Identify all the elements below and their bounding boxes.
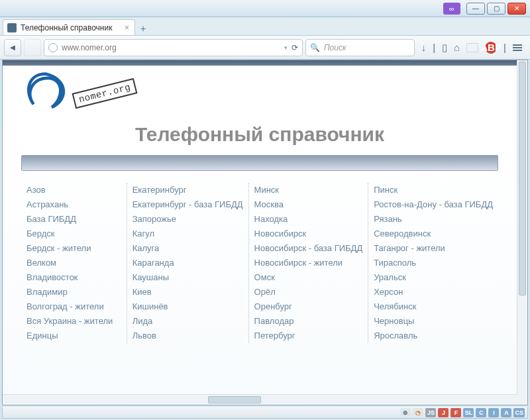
search-placeholder: Поиск bbox=[324, 43, 346, 52]
city-link[interactable]: Москва bbox=[254, 197, 363, 212]
city-link[interactable]: Павлодар bbox=[254, 314, 363, 329]
city-link[interactable]: Тирасполь bbox=[374, 256, 493, 270]
city-link[interactable]: База ГИБДД bbox=[26, 212, 121, 227]
city-link[interactable]: Новосибирск bbox=[254, 227, 363, 241]
adblock-icon[interactable]: ABP bbox=[485, 42, 497, 54]
city-link[interactable]: Ярославль bbox=[374, 329, 493, 343]
forward-button[interactable] bbox=[24, 39, 41, 56]
status-badge[interactable]: J bbox=[438, 408, 449, 417]
city-link[interactable]: Рязань bbox=[374, 212, 493, 227]
status-bar: ⊕◔JSJFSLCIACS bbox=[2, 407, 528, 419]
url-bar[interactable]: www.nomer.org ▾ ⟳ bbox=[44, 39, 303, 56]
city-link[interactable]: Запорожье bbox=[132, 212, 243, 227]
tab-close-button[interactable]: × bbox=[125, 23, 129, 32]
sep: | bbox=[504, 42, 506, 53]
city-link[interactable]: Черновцы bbox=[374, 314, 493, 329]
city-column: ПинскРостов-на-Дону - база ГИБДДРязаньСе… bbox=[368, 183, 498, 343]
city-column: ЕкатеринбургЕкатеринбург - база ГИБДДЗап… bbox=[127, 183, 249, 343]
city-link[interactable]: Ростов-на-Дону - база ГИБДД bbox=[374, 197, 493, 212]
city-link[interactable]: Владимир bbox=[26, 285, 121, 299]
city-link[interactable]: Астрахань bbox=[26, 197, 121, 212]
city-link[interactable]: Новосибирск - база ГИБДД bbox=[254, 241, 363, 256]
separator-bar bbox=[21, 155, 498, 171]
tab-strip: Телефонный справочник × + bbox=[0, 17, 530, 36]
download-icon[interactable]: ↓ bbox=[421, 42, 427, 53]
city-link[interactable]: Киев bbox=[132, 285, 243, 299]
city-link[interactable]: Велком bbox=[26, 256, 121, 270]
city-link[interactable]: Караганда bbox=[132, 256, 243, 270]
status-badge[interactable]: SL bbox=[463, 408, 474, 417]
status-badge[interactable]: C bbox=[476, 408, 486, 417]
city-link[interactable]: Орёл bbox=[254, 285, 363, 299]
city-link[interactable]: Херсон bbox=[374, 285, 493, 299]
sep: | bbox=[433, 42, 435, 53]
horizontal-scrollbar[interactable] bbox=[3, 394, 517, 405]
city-link[interactable]: Минск bbox=[254, 183, 363, 197]
city-link[interactable]: Вся Украина - жители bbox=[26, 314, 121, 329]
blank-icon[interactable] bbox=[466, 43, 478, 52]
page-title: Телефонный справочник bbox=[21, 121, 498, 155]
new-tab-button[interactable]: + bbox=[135, 22, 151, 35]
status-badge[interactable]: ⊕ bbox=[400, 408, 411, 417]
city-link[interactable]: Северодвинск bbox=[374, 227, 493, 241]
favicon-icon bbox=[7, 23, 17, 32]
viewport: nomer.org Телефонный справочник АзовАстр… bbox=[2, 60, 528, 405]
status-badge[interactable]: A bbox=[501, 408, 511, 417]
city-link[interactable]: Единцы bbox=[26, 329, 121, 343]
status-badge[interactable]: CS bbox=[513, 408, 525, 417]
city-link[interactable]: Кишинёв bbox=[132, 299, 243, 314]
search-icon: 🔍 bbox=[310, 43, 320, 52]
city-link[interactable]: Челябинск bbox=[374, 299, 493, 314]
city-columns: АзовАстраханьБаза ГИБДДБердскБердск - жи… bbox=[21, 183, 498, 343]
logo: nomer.org bbox=[21, 68, 498, 121]
city-link[interactable]: Кагул bbox=[132, 227, 243, 241]
city-link[interactable]: Екатеринбург - база ГИБДД bbox=[132, 197, 243, 212]
browser-tab[interactable]: Телефонный справочник × bbox=[3, 19, 135, 35]
city-link[interactable]: Львов bbox=[132, 329, 243, 343]
city-link[interactable]: Петербург bbox=[254, 329, 363, 343]
logo-stamp: nomer.org bbox=[72, 78, 138, 109]
status-badge[interactable]: F bbox=[450, 408, 461, 417]
logo-swoosh-icon bbox=[21, 71, 70, 115]
vertical-scrollbar[interactable] bbox=[517, 60, 527, 394]
status-badge[interactable]: I bbox=[488, 408, 499, 417]
city-link[interactable]: Пинск bbox=[374, 183, 493, 197]
tab-title: Телефонный справочник bbox=[21, 23, 112, 32]
home-icon[interactable]: ⌂ bbox=[454, 42, 460, 53]
city-link[interactable]: Таганрог - жители bbox=[374, 241, 493, 256]
status-badge[interactable]: JS bbox=[425, 408, 436, 417]
city-link[interactable]: Бердск - жители bbox=[26, 241, 121, 256]
city-link[interactable]: Новосибирск - жители bbox=[254, 256, 363, 270]
bookmark-icon[interactable]: ▯ bbox=[442, 42, 447, 54]
city-link[interactable]: Калуга bbox=[132, 241, 243, 256]
search-bar[interactable]: 🔍 Поиск bbox=[305, 39, 415, 56]
header-band bbox=[3, 60, 517, 66]
city-column: АзовАстраханьБаза ГИБДДБердскБердск - жи… bbox=[21, 183, 127, 343]
status-badge[interactable]: ◔ bbox=[413, 408, 423, 417]
menu-icon[interactable] bbox=[513, 44, 522, 51]
city-link[interactable]: Волгоград - жители bbox=[26, 299, 121, 314]
globe-icon bbox=[48, 43, 58, 52]
city-link[interactable]: Екатеринбург bbox=[132, 183, 243, 197]
scroll-corner bbox=[517, 394, 527, 405]
maximize-button[interactable]: ▢ bbox=[487, 3, 505, 15]
city-link[interactable]: Лида bbox=[132, 314, 243, 329]
city-link[interactable]: Бердск bbox=[26, 227, 121, 241]
city-link[interactable]: Каушаны bbox=[132, 270, 243, 285]
reload-icon[interactable]: ⟳ bbox=[292, 43, 298, 52]
city-link[interactable]: Омск bbox=[254, 270, 363, 285]
toolbar-icons: ↓ | ▯ ⌂ ABP | bbox=[417, 42, 526, 54]
close-window-button[interactable]: ✕ bbox=[507, 3, 526, 15]
window-titlebar: ∞ — ▢ ✕ bbox=[0, 0, 530, 17]
browser-toolbar: ◄ www.nomer.org ▾ ⟳ 🔍 Поиск ↓ | ▯ ⌂ ABP … bbox=[0, 36, 530, 60]
city-link[interactable]: Азов bbox=[26, 183, 121, 197]
url-dropdown-icon[interactable]: ▾ bbox=[284, 44, 288, 51]
page-content: nomer.org Телефонный справочник АзовАстр… bbox=[3, 60, 517, 394]
city-link[interactable]: Оренбург bbox=[254, 299, 363, 314]
city-link[interactable]: Уральск bbox=[374, 270, 493, 285]
minimize-button[interactable]: — bbox=[466, 3, 485, 15]
vpn-icon[interactable]: ∞ bbox=[443, 3, 460, 15]
back-button[interactable]: ◄ bbox=[4, 39, 21, 56]
city-link[interactable]: Владивосток bbox=[26, 270, 121, 285]
city-link[interactable]: Находка bbox=[254, 212, 363, 227]
